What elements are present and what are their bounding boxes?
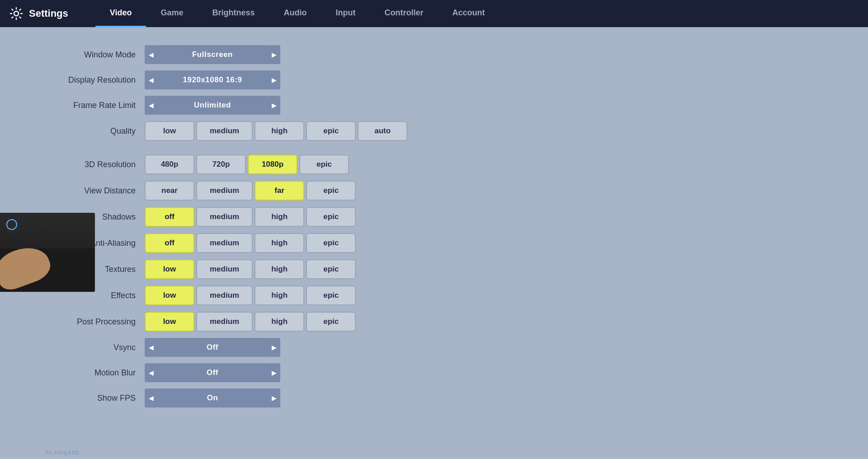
quality-auto[interactable]: auto <box>358 121 407 141</box>
frame-rate-limit-label: Frame Rate Limit <box>27 101 145 110</box>
res3d-epic[interactable]: epic <box>299 155 349 174</box>
tab-audio[interactable]: Audio <box>269 0 321 27</box>
viewdist-near[interactable]: near <box>145 181 194 201</box>
motion-blur-next[interactable]: ▶ <box>268 363 280 382</box>
main-content: Window Mode ◀ Fullscreen ▶ Display Resol… <box>0 27 868 432</box>
tab-controller[interactable]: Controller <box>370 0 438 27</box>
res3d-720p[interactable]: 720p <box>196 155 246 174</box>
app-title: Settings <box>9 6 68 21</box>
header: Settings Video Game Brightness Audio Inp… <box>0 0 868 27</box>
frame-rate-limit-selector: ◀ Unlimited ▶ <box>145 96 280 115</box>
shadows-high[interactable]: high <box>255 207 304 227</box>
tab-account[interactable]: Account <box>438 0 500 27</box>
effects-low[interactable]: low <box>145 286 194 305</box>
window-mode-prev[interactable]: ◀ <box>145 45 157 64</box>
aa-high[interactable]: high <box>255 233 304 253</box>
quality-row: Quality low medium high epic auto <box>27 121 841 141</box>
frame-rate-limit-row: Frame Rate Limit ◀ Unlimited ▶ <box>27 96 841 115</box>
show-fps-selector: ◀ On ▶ <box>145 389 280 407</box>
shadows-btn-group: off medium high epic <box>145 207 356 227</box>
res3d-480p[interactable]: 480p <box>145 155 194 174</box>
res3d-1080p[interactable]: 1080p <box>248 155 297 174</box>
vsync-prev[interactable]: ◀ <box>145 338 157 357</box>
aa-medium[interactable]: medium <box>196 233 253 253</box>
display-resolution-selector: ◀ 1920x1080 16:9 ▶ <box>145 70 280 89</box>
window-mode-next[interactable]: ▶ <box>268 45 280 64</box>
textures-row: Textures low medium high epic <box>27 259 841 279</box>
motion-blur-prev[interactable]: ◀ <box>145 363 157 382</box>
effects-medium[interactable]: medium <box>196 286 253 305</box>
resolution-3d-btn-group: 480p 720p 1080p epic <box>145 155 349 174</box>
effects-label: Effects <box>27 291 145 300</box>
quality-epic[interactable]: epic <box>306 121 356 141</box>
resolution-3d-row: 3D Resolution 480p 720p 1080p epic <box>27 155 841 174</box>
show-fps-prev[interactable]: ◀ <box>145 389 157 407</box>
aa-epic[interactable]: epic <box>306 233 356 253</box>
quality-btn-group: low medium high epic auto <box>145 121 407 141</box>
window-mode-selector: ◀ Fullscreen ▶ <box>145 45 280 64</box>
vsync-label: Vsync <box>27 343 145 352</box>
viewdist-far[interactable]: far <box>255 181 304 201</box>
nav-tabs: Video Game Brightness Audio Input Contro… <box>95 0 500 27</box>
vsync-selector: ◀ Off ▶ <box>145 338 280 357</box>
display-resolution-prev[interactable]: ◀ <box>145 70 157 89</box>
view-distance-label: View Distance <box>27 186 145 196</box>
textures-btn-group: low medium high epic <box>145 259 356 279</box>
textures-medium[interactable]: medium <box>196 259 253 279</box>
shadows-medium[interactable]: medium <box>196 207 253 227</box>
viewdist-epic[interactable]: epic <box>306 181 356 201</box>
app-title-text: Settings <box>29 8 68 19</box>
tab-input[interactable]: Input <box>321 0 370 27</box>
watermark: PC UGQADE <box>45 450 80 455</box>
post-processing-btn-group: low medium high epic <box>145 312 356 332</box>
video-overlay <box>0 213 95 292</box>
pp-medium[interactable]: medium <box>196 312 253 332</box>
desk-visual <box>0 213 95 292</box>
view-distance-row: View Distance near medium far epic <box>27 181 841 201</box>
tab-video[interactable]: Video <box>95 0 146 27</box>
quality-high[interactable]: high <box>255 121 304 141</box>
motion-blur-row: Motion Blur ◀ Off ▶ <box>27 363 841 382</box>
keyboard-logo <box>4 216 20 233</box>
textures-low[interactable]: low <box>145 259 194 279</box>
display-resolution-row: Display Resolution ◀ 1920x1080 16:9 ▶ <box>27 70 841 89</box>
frame-rate-limit-prev[interactable]: ◀ <box>145 96 157 115</box>
aa-off[interactable]: off <box>145 233 194 253</box>
anti-aliasing-row: Anti-Aliasing off medium high epic <box>27 233 841 253</box>
gear-icon <box>9 6 24 21</box>
show-fps-value: On <box>157 389 268 407</box>
viewdist-medium[interactable]: medium <box>196 181 253 201</box>
frame-rate-limit-value: Unlimited <box>157 96 268 115</box>
quality-low[interactable]: low <box>145 121 194 141</box>
motion-blur-selector: ◀ Off ▶ <box>145 363 280 382</box>
post-processing-row: Post Processing low medium high epic <box>27 312 841 332</box>
shadows-epic[interactable]: epic <box>306 207 356 227</box>
show-fps-row: Show FPS ◀ On ▶ <box>27 389 841 407</box>
vsync-value: Off <box>157 338 268 357</box>
quality-label: Quality <box>27 126 145 136</box>
textures-high[interactable]: high <box>255 259 304 279</box>
pp-low[interactable]: low <box>145 312 194 332</box>
effects-high[interactable]: high <box>255 286 304 305</box>
window-mode-value: Fullscreen <box>157 45 268 64</box>
resolution-3d-label: 3D Resolution <box>27 160 145 169</box>
effects-epic[interactable]: epic <box>306 286 356 305</box>
show-fps-label: Show FPS <box>27 393 145 403</box>
view-distance-btn-group: near medium far epic <box>145 181 356 201</box>
motion-blur-label: Motion Blur <box>27 368 145 378</box>
vsync-next[interactable]: ▶ <box>268 338 280 357</box>
shadows-off[interactable]: off <box>145 207 194 227</box>
display-resolution-label: Display Resolution <box>27 75 145 85</box>
frame-rate-limit-next[interactable]: ▶ <box>268 96 280 115</box>
display-resolution-value: 1920x1080 16:9 <box>157 70 268 89</box>
tab-game[interactable]: Game <box>146 0 198 27</box>
window-mode-row: Window Mode ◀ Fullscreen ▶ <box>27 45 841 64</box>
pp-epic[interactable]: epic <box>306 312 356 332</box>
effects-row: Effects low medium high epic <box>27 286 841 305</box>
textures-epic[interactable]: epic <box>306 259 356 279</box>
display-resolution-next[interactable]: ▶ <box>268 70 280 89</box>
quality-medium[interactable]: medium <box>196 121 253 141</box>
tab-brightness[interactable]: Brightness <box>198 0 269 27</box>
pp-high[interactable]: high <box>255 312 304 332</box>
show-fps-next[interactable]: ▶ <box>268 389 280 407</box>
